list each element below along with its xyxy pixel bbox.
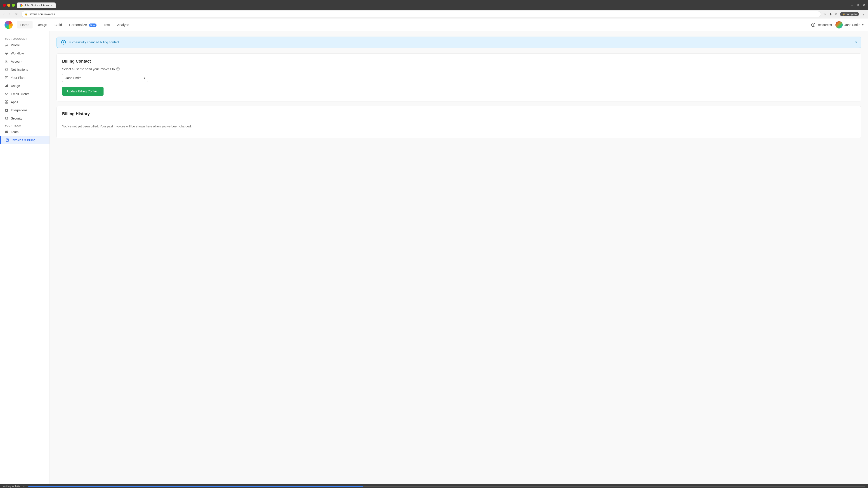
svg-rect-14 [7,102,8,104]
nav-design[interactable]: Design [33,21,51,29]
nav-links: Home Design Build Personalize New Test A… [17,21,811,29]
resources-icon: i [811,23,815,27]
extension-icon[interactable]: ⧉ [835,12,837,16]
resources-label: Resources [817,23,832,27]
address-bar-row: ‹ › ✕ 🔒 litmus.com/invoices ☆ ⬇ ⧉ 🕵 Inco… [0,10,868,19]
tab-close-btn[interactable]: × [51,4,52,7]
sidebar-label-apps: Apps [11,100,18,104]
billing-contact-select[interactable]: John Smith [62,74,148,82]
sidebar-item-integrations[interactable]: Integrations [0,106,50,114]
notifications-icon [4,68,8,72]
window-minimize-btn[interactable]: − [7,4,10,7]
sidebar-label-security: Security [11,117,22,120]
billing-contact-card: Billing Contact Select a user to send yo… [57,53,861,101]
sidebar-label-plan: Your Plan [11,76,24,79]
alert-info-icon: i [61,40,66,44]
new-tab-btn[interactable]: + [56,2,62,8]
avatar-image [835,21,843,29]
incognito-label: Incognito [846,13,857,15]
browser-chrome: × − □ John Smith > Litmus × + ─ ⧉ ✕ ‹ › … [0,0,868,19]
profile-icon [4,43,8,47]
window-close-btn[interactable]: × [3,4,6,7]
sidebar-item-email-clients[interactable]: Email Clients [0,90,50,98]
sidebar-label-profile: Profile [11,43,20,47]
tab-title: John Smith > Litmus [24,4,49,7]
user-select-wrapper: John Smith ▾ [62,74,148,82]
svg-rect-12 [7,101,8,102]
alert-message: Successfully changed billing contact. [68,40,857,44]
sidebar-label-invoices-billing: Invoices & Billing [11,138,35,142]
bookmark-icon[interactable]: ☆ [823,12,827,16]
main-content: YOUR ACCOUNT Profile Workflow Account [0,31,868,484]
billing-contact-description: Select a user to send your invoices to ? [62,67,856,71]
sidebar-item-usage[interactable]: Usage [0,82,50,90]
billing-history-title: Billing History [62,111,856,116]
app-logo[interactable] [4,21,13,29]
sidebar-label-workflow: Workflow [11,52,24,55]
top-nav: Home Design Build Personalize New Test A… [0,19,868,31]
billing-contact-title: Billing Contact [62,59,856,64]
nav-right: i Resources John Smith ▾ [811,21,864,29]
nav-build[interactable]: Build [51,21,65,29]
nav-test[interactable]: Test [101,21,113,29]
toolbar-icons: ☆ ⬇ ⧉ 🕵 Incognito ⋮ [823,12,866,17]
alert-close-btn[interactable]: × [855,40,857,44]
svg-point-19 [6,131,8,132]
nav-personalize[interactable]: Personalize New [66,21,100,29]
svg-rect-8 [6,85,7,87]
svg-point-0 [6,44,7,45]
forward-button[interactable]: › [8,12,11,17]
active-tab[interactable]: John Smith > Litmus × [17,2,56,8]
plan-icon [4,76,8,80]
billing-history-card: Billing History You've not yet been bill… [57,106,861,138]
sidebar-item-profile[interactable]: Profile [0,41,50,49]
window-minimize-icon[interactable]: ─ [851,3,853,7]
browser-menu-btn[interactable]: ⋮ [862,12,866,17]
sidebar-section-team: YOUR TEAM [0,123,50,128]
integrations-icon [4,108,8,112]
status-bar-text: Waiting for b.6sc.co... [3,485,26,488]
status-bar-progress [28,486,865,487]
reload-button[interactable]: ✕ [14,11,19,17]
email-clients-icon [4,92,8,96]
sidebar-label-account: Account [11,60,22,63]
nav-analyze[interactable]: Analyze [114,21,132,29]
window-close-icon[interactable]: ✕ [863,3,865,7]
secure-icon: 🔒 [25,13,28,15]
workflow-icon [4,51,8,55]
security-icon [4,116,8,121]
window-maximize-btn[interactable]: □ [12,4,15,7]
sidebar-item-apps[interactable]: Apps [0,98,50,106]
update-billing-contact-button[interactable]: Update Billing Contact [62,87,103,96]
user-avatar [835,21,843,29]
alert-banner: i Successfully changed billing contact. … [57,37,861,48]
sidebar-item-workflow[interactable]: Workflow [0,49,50,57]
sidebar-item-invoices-billing[interactable]: Invoices & Billing [0,136,50,144]
browser-top-bar: × − □ John Smith > Litmus × + ─ ⧉ ✕ [3,2,865,8]
sidebar-item-notifications[interactable]: Notifications [0,66,50,74]
user-menu[interactable]: John Smith ▾ [835,21,864,29]
sidebar-label-notifications: Notifications [11,68,28,71]
sidebar-item-security[interactable]: Security [0,114,50,123]
incognito-icon: 🕵 [842,13,845,15]
svg-rect-2 [7,52,8,53]
sidebar-label-team: Team [11,130,19,134]
svg-rect-9 [7,85,8,87]
billing-icon [5,138,9,142]
address-bar[interactable]: 🔒 litmus.com/invoices [21,11,821,17]
sidebar-label-usage: Usage [11,84,20,88]
sidebar-item-team[interactable]: Team [0,128,50,136]
resources-btn[interactable]: i Resources [811,23,832,27]
sidebar-item-account[interactable]: Account [0,57,50,66]
nav-home[interactable]: Home [17,21,33,29]
window-restore-icon[interactable]: ⧉ [857,3,859,7]
sidebar-item-plan[interactable]: Your Plan [0,74,50,82]
help-icon[interactable]: ? [116,67,120,71]
back-button[interactable]: ‹ [2,12,6,17]
svg-rect-6 [5,76,8,79]
billing-history-empty-message: You've not yet been billed. Your past in… [62,120,856,133]
download-icon[interactable]: ⬇ [829,12,832,16]
incognito-badge: 🕵 Incognito [840,12,859,16]
status-bar: Waiting for b.6sc.co... [0,484,868,488]
sidebar: YOUR ACCOUNT Profile Workflow Account [0,31,50,484]
